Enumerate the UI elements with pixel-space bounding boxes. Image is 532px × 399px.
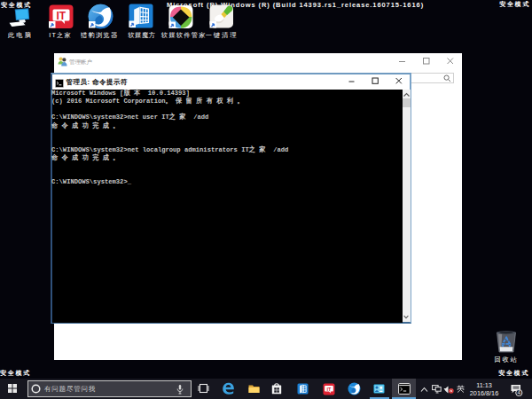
- svg-text:IT: IT: [56, 10, 66, 22]
- svg-text:IT: IT: [327, 386, 332, 391]
- svg-text:4: 4: [517, 389, 520, 395]
